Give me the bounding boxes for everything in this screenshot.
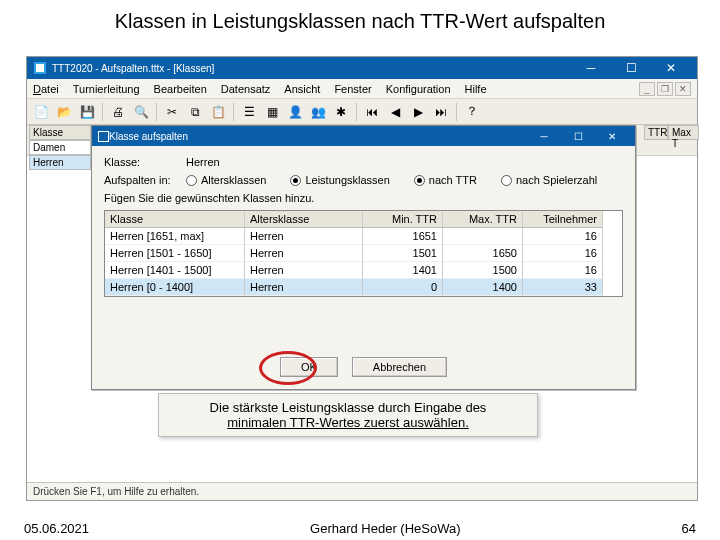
- radio-nach-spielerzahl[interactable]: nach Spielerzahl: [501, 174, 597, 186]
- dialog-titlebar: Klasse aufspalten ─ ☐ ✕: [92, 126, 635, 146]
- dialog-close-button[interactable]: ✕: [595, 126, 629, 146]
- dialog-icon: [98, 131, 109, 142]
- col-teilnehmer[interactable]: Teilnehmer: [523, 211, 603, 228]
- bg-col-max: Max T: [668, 125, 699, 140]
- radio-leistungsklassen[interactable]: Leistungsklassen: [290, 174, 389, 186]
- menu-turnier[interactable]: Turnierleitung: [73, 83, 140, 95]
- bg-col-ttr: TTR: [644, 125, 668, 140]
- label-split: Aufspalten in:: [104, 174, 176, 186]
- tb-help-icon[interactable]: ？: [462, 102, 482, 122]
- app-icon: [33, 61, 47, 75]
- slide-title: Klassen in Leistungsklassen nach TTR-Wer…: [0, 0, 720, 41]
- radio-nach-ttr[interactable]: nach TTR: [414, 174, 477, 186]
- cancel-button[interactable]: Abbrechen: [352, 357, 447, 377]
- menu-datei[interactable]: Datei: [33, 83, 59, 95]
- dialog-title: Klasse aufspalten: [109, 131, 527, 142]
- menu-hilfe[interactable]: Hilfe: [465, 83, 487, 95]
- tb-preview-icon[interactable]: 🔍: [131, 102, 151, 122]
- dialog-max-button[interactable]: ☐: [561, 126, 595, 146]
- footer-date: 05.06.2021: [24, 521, 89, 536]
- close-button[interactable]: ✕: [651, 57, 691, 79]
- caption-box: Die stärkste Leistungsklasse durch Einga…: [158, 393, 538, 437]
- app-titlebar: TTT2020 - Aufspalten.tttx - [Klassen] ─ …: [27, 57, 697, 79]
- statusbar: Drücken Sie F1, um Hilfe zu erhalten.: [27, 482, 697, 500]
- hint-text: Fügen Sie die gewünschten Klassen hinzu.: [104, 192, 314, 204]
- col-max-ttr[interactable]: Max. TTR: [443, 211, 523, 228]
- label-klasse: Klasse:: [104, 156, 176, 168]
- class-table: Klasse Altersklasse Min. TTR Max. TTR Te…: [104, 210, 623, 297]
- radio-altersklassen[interactable]: Altersklassen: [186, 174, 266, 186]
- bg-col-klasse: Klasse: [29, 125, 91, 140]
- footer-page: 64: [682, 521, 696, 536]
- tb-cut-icon[interactable]: ✂: [162, 102, 182, 122]
- menu-ansicht[interactable]: Ansicht: [284, 83, 320, 95]
- ok-button[interactable]: OK: [280, 357, 338, 377]
- svg-rect-3: [99, 132, 108, 141]
- footer-author: Gerhard Heder (HeSoWa): [310, 521, 461, 536]
- bg-row-herren: Herren: [29, 155, 91, 170]
- tb-paste-icon[interactable]: 📋: [208, 102, 228, 122]
- value-klasse: Herren: [186, 156, 220, 168]
- mdi-restore-button[interactable]: ❐: [657, 82, 673, 96]
- tb-user-icon[interactable]: 👤: [285, 102, 305, 122]
- tb-net-icon[interactable]: ✱: [331, 102, 351, 122]
- tb-first-icon[interactable]: ⏮: [362, 102, 382, 122]
- tb-open-icon[interactable]: 📂: [54, 102, 74, 122]
- menu-konfig[interactable]: Konfiguration: [386, 83, 451, 95]
- menu-fenster[interactable]: Fenster: [334, 83, 371, 95]
- tb-last-icon[interactable]: ⏭: [431, 102, 451, 122]
- col-altersklasse[interactable]: Altersklasse: [245, 211, 363, 228]
- tb-print-icon[interactable]: 🖨: [108, 102, 128, 122]
- maximize-button[interactable]: ☐: [611, 57, 651, 79]
- minimize-button[interactable]: ─: [571, 57, 611, 79]
- table-row[interactable]: Herren [1501 - 1650]Herren1501165016: [105, 245, 622, 262]
- tb-next-icon[interactable]: ▶: [408, 102, 428, 122]
- menubar: Datei Turnierleitung Bearbeiten Datensat…: [27, 79, 697, 99]
- svg-rect-1: [36, 64, 44, 72]
- tb-tree-icon[interactable]: ☰: [239, 102, 259, 122]
- tb-copy-icon[interactable]: ⧉: [185, 102, 205, 122]
- col-klasse[interactable]: Klasse: [105, 211, 245, 228]
- menu-bearbeiten[interactable]: Bearbeiten: [154, 83, 207, 95]
- tb-save-icon[interactable]: 💾: [77, 102, 97, 122]
- slide-footer: 05.06.2021 Gerhard Heder (HeSoWa) 64: [0, 521, 720, 536]
- tb-prev-icon[interactable]: ◀: [385, 102, 405, 122]
- bg-row-damen: Damen: [29, 140, 91, 155]
- mdi-close-button[interactable]: ✕: [675, 82, 691, 96]
- tb-table-icon[interactable]: ▦: [262, 102, 282, 122]
- col-min-ttr[interactable]: Min. TTR: [363, 211, 443, 228]
- menu-datensatz[interactable]: Datensatz: [221, 83, 271, 95]
- tb-users-icon[interactable]: 👥: [308, 102, 328, 122]
- status-text: Drücken Sie F1, um Hilfe zu erhalten.: [33, 486, 199, 497]
- dialog-min-button[interactable]: ─: [527, 126, 561, 146]
- toolbar: 📄 📂 💾 🖨 🔍 ✂ ⧉ 📋 ☰ ▦ 👤 👥 ✱ ⏮ ◀ ▶ ⏭ ？: [27, 99, 697, 125]
- tb-new-icon[interactable]: 📄: [31, 102, 51, 122]
- mdi-min-button[interactable]: _: [639, 82, 655, 96]
- table-row[interactable]: Herren [1401 - 1500]Herren1401150016: [105, 262, 622, 279]
- app-title: TTT2020 - Aufspalten.tttx - [Klassen]: [52, 63, 571, 74]
- table-row[interactable]: Herren [1651, max]Herren165116: [105, 228, 622, 245]
- table-row-selected[interactable]: Herren [0 - 1400]Herren0140033: [105, 279, 622, 296]
- split-dialog: Klasse aufspalten ─ ☐ ✕ Klasse: Herren A…: [91, 125, 636, 390]
